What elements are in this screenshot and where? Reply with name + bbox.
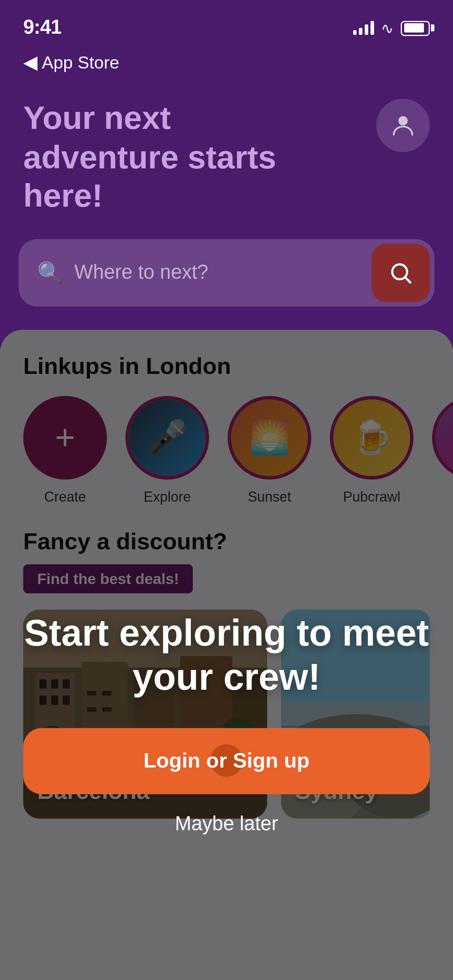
search-button[interactable] bbox=[372, 243, 430, 302]
search-bar[interactable]: 🔍 Where to next? bbox=[19, 239, 434, 306]
header-title: Your next adventure starts here! bbox=[23, 99, 325, 216]
signal-icon bbox=[353, 21, 374, 35]
status-bar: 9:41 ∿ bbox=[0, 0, 453, 46]
search-icon-left: 🔍 bbox=[37, 260, 63, 285]
header: Your next adventure starts here! bbox=[0, 82, 453, 239]
search-placeholder: Where to next? bbox=[74, 261, 360, 284]
app-store-label: App Store bbox=[42, 52, 119, 72]
status-time: 9:41 bbox=[23, 16, 61, 39]
maybe-later-button[interactable]: Maybe later bbox=[175, 812, 278, 836]
app-store-back[interactable]: ◀ App Store bbox=[0, 46, 453, 82]
login-overlay: Start exploring to meet your crew! Login… bbox=[0, 329, 453, 980]
status-icons: ∿ bbox=[353, 19, 430, 37]
avatar[interactable] bbox=[376, 99, 430, 152]
back-arrow-icon: ◀ bbox=[23, 51, 37, 73]
battery-icon bbox=[401, 21, 430, 36]
search-section: 🔍 Where to next? bbox=[0, 239, 453, 329]
modal-headline: Start exploring to meet your crew! bbox=[23, 611, 430, 700]
app-root: 9:41 ∿ ◀ App Store Your next adventure s… bbox=[0, 0, 453, 980]
wifi-icon: ∿ bbox=[381, 19, 394, 37]
svg-point-0 bbox=[398, 116, 408, 125]
main-content: Linkups in London + Create 🎤 Explore bbox=[0, 329, 453, 980]
modal-content: Start exploring to meet your crew! Login… bbox=[0, 611, 453, 836]
login-button[interactable]: Login or Sign up bbox=[23, 728, 430, 794]
login-btn-text: Login or Sign up bbox=[144, 749, 310, 772]
